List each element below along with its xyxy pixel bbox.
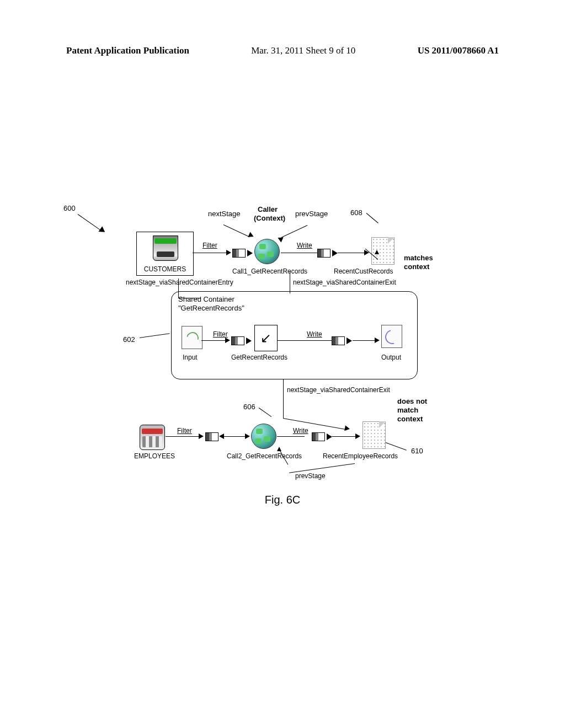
prevstage-arrow-bot	[277, 447, 281, 451]
sc-line-1	[201, 340, 226, 341]
diagram-6c: 600 nextStage Caller (Context) prevStage…	[63, 199, 499, 524]
label-call2: Call2_GetRecentRecords	[227, 452, 302, 460]
output-page-icon	[381, 325, 402, 348]
label-matches: matches	[404, 254, 433, 262]
ref-610: 610	[411, 447, 423, 455]
label-output: Output	[381, 354, 401, 361]
label-context-word-1: context	[404, 263, 429, 271]
label-ns-via-entry: nextStage_viaSharedContainerEntry	[126, 279, 233, 286]
label-employees: EMPLOYEES	[134, 452, 175, 460]
prevstage-lead-top	[281, 225, 308, 238]
ref-608-lead	[366, 213, 379, 223]
label-match: match	[397, 406, 418, 414]
arrow-bot-1b	[219, 433, 224, 439]
input-page-icon	[182, 326, 202, 349]
label-doesnot: does not	[397, 397, 427, 405]
arrow-bot-2	[355, 433, 360, 439]
header-mid: Mar. 31, 2011 Sheet 9 of 10	[251, 45, 355, 56]
customers-box: CUSTOMERS	[136, 232, 194, 276]
ref-602-lead	[140, 333, 170, 338]
filter-link-top: Filter	[202, 242, 217, 249]
connector-icon-bot-left	[205, 432, 220, 441]
transformer-icon	[254, 325, 278, 351]
nextstage-lead-top	[223, 224, 250, 237]
label-ns-via-exit-2: nextStage_viaSharedContainerExit	[287, 386, 390, 394]
label-customers: CUSTOMERS	[137, 265, 193, 273]
line-bot-1b	[224, 436, 246, 437]
arrow-top-1	[226, 250, 231, 255]
label-prevstage-bot: prevStage	[295, 472, 326, 480]
globe-icon-call1	[254, 239, 280, 264]
ref-600: 600	[63, 204, 76, 212]
ref-610-lead	[386, 442, 407, 451]
exit-curve-hline-2	[283, 418, 345, 430]
exit-arrow-2	[344, 425, 350, 431]
arrow-bot-1c	[245, 433, 250, 439]
line-top-3	[338, 253, 365, 253]
connector-icon-bot-right	[312, 432, 332, 441]
shared-container: Shared Container "GetRecentRecords" Inpu…	[171, 291, 418, 379]
label-caller-context: (Context)	[254, 214, 285, 222]
globe-icon-call2	[251, 424, 276, 449]
line-bot-2	[277, 436, 305, 437]
ref-600-arrow	[98, 226, 106, 235]
label-call1: Call1_GetRecentRecords	[232, 267, 307, 275]
connector-icon-sc-left	[231, 336, 252, 345]
line-bot-1	[166, 436, 200, 437]
write-link-top: Write	[297, 242, 312, 249]
exit-curve-vline-1	[290, 271, 290, 293]
oracle-icon	[140, 425, 165, 450]
write-link-sc: Write	[307, 330, 322, 338]
exit-curve-vline-2	[283, 379, 284, 418]
connector-icon-top-left	[232, 248, 253, 258]
page-header: Patent Application Publication Mar. 31, …	[0, 45, 565, 56]
header-right: US 2011/0078660 A1	[418, 45, 499, 56]
nextstage-arrow-top	[248, 232, 254, 239]
filter-link-bot: Filter	[177, 427, 192, 435]
sc-arrow-2	[375, 338, 380, 343]
label-context-word-2: context	[397, 415, 423, 423]
connector-icon-sc-right	[332, 336, 352, 345]
ref-602: 602	[123, 335, 135, 344]
write-link-bot: Write	[293, 427, 308, 435]
label-ns-via-exit-1: nextStage_viaSharedContainerExit	[293, 279, 396, 286]
label-prevstage-top: prevStage	[295, 210, 328, 218]
label-getrec: GetRecentRecords	[231, 354, 287, 361]
ref-606-lead	[259, 408, 272, 417]
ref-608: 608	[350, 208, 363, 217]
arrow-bot-1a	[199, 433, 204, 439]
connector-icon-top-right	[317, 248, 338, 258]
ref-600-lead	[78, 214, 101, 230]
lead-recentcust-arrow	[375, 250, 379, 254]
label-input: Input	[183, 354, 198, 361]
label-caller: Caller	[258, 205, 278, 213]
sc-line-2	[278, 340, 333, 341]
sc-line-3	[353, 340, 376, 341]
label-recentcust: RecentCustRecords	[334, 267, 393, 275]
label-recentemp: RecentEmployeeRecords	[323, 452, 398, 460]
filter-link-sc: Filter	[213, 330, 228, 338]
line-top-1	[193, 253, 227, 253]
label-nextstage-top: nextStage	[208, 210, 241, 218]
header-left: Patent Application Publication	[66, 45, 189, 56]
sc-arrow-1	[225, 338, 230, 343]
shared-container-title: Shared Container "GetRecentRecords"	[178, 295, 244, 313]
ref-606: 606	[243, 403, 255, 411]
db2-icon	[153, 235, 178, 261]
figure-caption: Fig. 6C	[0, 494, 565, 506]
line-bot-3	[332, 436, 356, 437]
file-icon-recentemp	[363, 421, 386, 449]
